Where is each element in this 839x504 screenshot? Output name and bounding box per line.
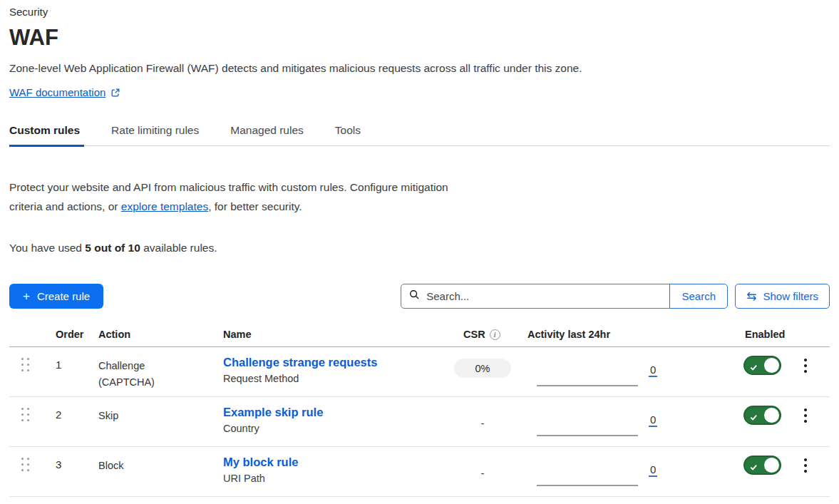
- rule-action: Skip: [89, 397, 214, 446]
- tab-rate-limiting-rules[interactable]: Rate limiting rules: [111, 124, 203, 147]
- column-header-name: Name: [214, 329, 447, 340]
- rule-match-field: Request Method: [223, 373, 447, 384]
- rule-name-cell: My block rule URI Path: [214, 447, 447, 496]
- intro-line1: Protect your website and API from malici…: [9, 181, 448, 193]
- rule-name-cell: Example skip rule Country: [214, 397, 447, 446]
- csr-cell: -: [447, 447, 518, 496]
- usage-summary: You have used 5 out of 10 available rule…: [9, 242, 830, 254]
- waf-page: Security WAF Zone-level Web Application …: [0, 0, 839, 497]
- rule-action-line1: Challenge: [98, 358, 214, 374]
- drag-handle-icon[interactable]: [21, 458, 29, 471]
- plus-icon: +: [23, 290, 30, 302]
- usage-post: available rules.: [140, 242, 217, 254]
- enabled-toggle[interactable]: [743, 406, 781, 425]
- row-menu-cell: [795, 347, 830, 396]
- tab-managed-rules[interactable]: Managed rules: [230, 124, 308, 147]
- intro-text: Protect your website and API from malici…: [9, 178, 830, 216]
- drag-handle-cell: [9, 447, 46, 496]
- rule-order: 1: [46, 347, 89, 396]
- rule-match-field: URI Path: [223, 473, 447, 484]
- activity-count[interactable]: 0: [649, 364, 657, 377]
- column-header-action: Action: [89, 329, 214, 340]
- drag-handle-cell: [9, 397, 46, 446]
- waf-documentation-link[interactable]: WAF documentation: [9, 86, 105, 98]
- activity-sparkline: [537, 385, 638, 386]
- enabled-toggle[interactable]: [743, 356, 781, 375]
- csr-label: CSR: [463, 329, 485, 340]
- intro-line2-pre: criteria and actions, or: [9, 200, 121, 212]
- enabled-cell: [736, 347, 795, 396]
- activity-count[interactable]: 0: [649, 463, 657, 477]
- search-input[interactable]: [426, 290, 662, 302]
- rule-name-cell: Challenge strange requests Request Metho…: [214, 347, 447, 396]
- usage-pre: You have used: [9, 242, 85, 254]
- show-filters-label: Show filters: [763, 290, 818, 302]
- drag-handle-cell: [9, 347, 46, 396]
- page-description: Zone-level Web Application Firewall (WAF…: [9, 61, 830, 76]
- activity-sparkline: [537, 485, 638, 486]
- column-header-csr: CSR i: [447, 329, 518, 340]
- kebab-menu-icon[interactable]: [804, 359, 811, 373]
- intro-line2-post: , for better security.: [208, 200, 302, 212]
- rule-order: 3: [46, 447, 89, 496]
- enabled-toggle[interactable]: [743, 456, 781, 475]
- drag-handle-icon[interactable]: [21, 408, 29, 421]
- toggle-knob: [764, 408, 779, 423]
- usage-count: 5 out of 10: [85, 242, 140, 254]
- tab-custom-rules[interactable]: Custom rules: [9, 124, 84, 147]
- search-icon: [409, 289, 420, 303]
- check-icon: [750, 461, 758, 474]
- activity-cell: 0: [518, 347, 736, 396]
- doc-link-row: WAF documentation: [9, 86, 830, 98]
- toggle-knob: [764, 358, 779, 373]
- csr-value: -: [481, 467, 485, 496]
- table-row: 1 Challenge (CAPTCHA) Challenge strange …: [9, 347, 830, 397]
- row-menu-cell: [795, 397, 830, 446]
- rule-action: Challenge (CAPTCHA): [89, 347, 214, 396]
- rules-table: Order Action Name CSR i Activity last 24…: [9, 329, 830, 497]
- kebab-menu-icon[interactable]: [804, 458, 811, 473]
- info-icon[interactable]: i: [490, 329, 500, 340]
- table-header: Order Action Name CSR i Activity last 24…: [9, 329, 830, 347]
- table-body: 1 Challenge (CAPTCHA) Challenge strange …: [9, 347, 830, 497]
- create-rule-label: Create rule: [37, 290, 90, 302]
- activity-sparkline: [537, 435, 638, 436]
- tab-tools[interactable]: Tools: [335, 124, 365, 147]
- external-link-icon: [110, 88, 120, 98]
- csr-value: 0%: [454, 359, 511, 378]
- create-rule-button[interactable]: + Create rule: [9, 284, 103, 309]
- rule-match-field: Country: [223, 423, 447, 434]
- activity-cell: 0: [518, 397, 736, 446]
- kebab-menu-icon[interactable]: [804, 408, 811, 423]
- rule-action: Block: [89, 447, 214, 496]
- rule-action-line1: Skip: [98, 408, 214, 424]
- check-icon: [750, 411, 758, 424]
- search-group: Search ⇆ Show filters: [401, 284, 830, 309]
- show-filters-button[interactable]: ⇆ Show filters: [735, 284, 830, 309]
- rule-action-line1: Block: [98, 458, 214, 474]
- explore-templates-link[interactable]: explore templates: [121, 200, 208, 212]
- rule-name-link[interactable]: My block rule: [223, 456, 298, 469]
- table-row: 2 Skip Example skip rule Country - 0: [9, 397, 830, 447]
- csr-cell: -: [447, 397, 518, 446]
- activity-count[interactable]: 0: [649, 413, 657, 427]
- enabled-cell: [736, 397, 795, 446]
- breadcrumb: Security: [9, 6, 830, 19]
- search-button[interactable]: Search: [669, 284, 728, 309]
- header-handle-spacer: [9, 329, 46, 340]
- column-header-activity: Activity last 24hr: [518, 329, 736, 340]
- table-row: 3 Block My block rule URI Path - 0: [9, 447, 830, 497]
- enabled-cell: [736, 447, 795, 496]
- csr-value: -: [481, 417, 485, 446]
- rule-order: 2: [46, 397, 89, 446]
- column-header-order: Order: [46, 329, 89, 340]
- activity-cell: 0: [518, 447, 736, 496]
- check-icon: [750, 361, 758, 374]
- rule-name-link[interactable]: Example skip rule: [223, 406, 323, 419]
- tab-bar: Custom rules Rate limiting rules Managed…: [9, 124, 830, 146]
- rule-action-line2: (CAPTCHA): [98, 374, 214, 391]
- toggle-knob: [764, 458, 779, 473]
- rule-name-link[interactable]: Challenge strange requests: [223, 356, 377, 369]
- column-header-enabled: Enabled: [736, 329, 795, 340]
- drag-handle-icon[interactable]: [21, 358, 29, 371]
